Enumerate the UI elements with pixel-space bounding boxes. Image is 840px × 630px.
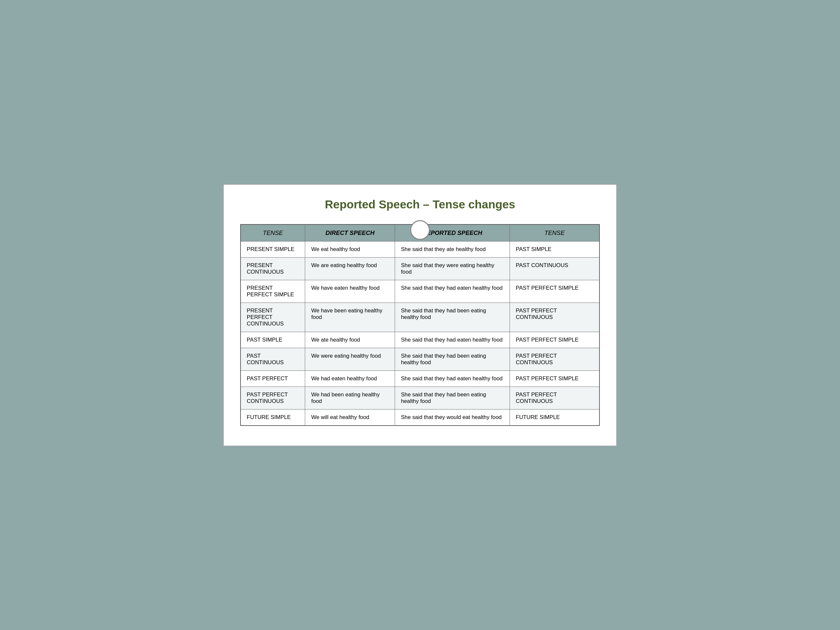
cell-tense-left: PRESENT SIMPLE: [240, 241, 305, 257]
cell-tense-right: PAST PERFECT CONTINUOUS: [510, 348, 600, 371]
cell-tense-right: PAST CONTINUOUS: [510, 257, 600, 280]
cell-direct-speech: We have been eating healthy food: [305, 303, 395, 332]
cell-tense-left: PRESENT PERFECT SIMPLE: [240, 280, 305, 303]
cell-reported-speech: She said that they had eaten healthy foo…: [395, 371, 510, 387]
table-row: PAST SIMPLEWe ate healthy foodShe said t…: [240, 332, 600, 348]
cell-reported-speech: She said that they had been eating healt…: [395, 303, 510, 332]
cell-reported-speech: She said that they would eat healthy foo…: [395, 409, 510, 426]
header-direct-speech: DIRECT SPEECH: [305, 224, 395, 242]
cell-tense-right: PAST PERFECT CONTINUOUS: [510, 387, 600, 409]
cell-tense-left: PAST PERFECT: [240, 371, 305, 387]
cell-tense-left: PRESENT PERFECT CONTINUOUS: [240, 303, 305, 332]
cell-direct-speech: We had been eating healthy food: [305, 387, 395, 409]
table-row: PRESENT PERFECT SIMPLEWe have eaten heal…: [240, 280, 600, 303]
table-row: PRESENT SIMPLEWe eat healthy foodShe sai…: [240, 241, 600, 257]
cell-direct-speech: We eat healthy food: [305, 241, 395, 257]
cell-direct-speech: We ate healthy food: [305, 332, 395, 348]
table-row: FUTURE SIMPLEWe will eat healthy foodShe…: [240, 409, 600, 426]
cell-reported-speech: She said that they had eaten healthy foo…: [395, 332, 510, 348]
table-row: PRESENT PERFECT CONTINUOUSWe have been e…: [240, 303, 600, 332]
cell-reported-speech: She said that they had been eating healt…: [395, 387, 510, 409]
cell-tense-left: PAST SIMPLE: [240, 332, 305, 348]
cell-reported-speech: She said that they were eating healthy f…: [395, 257, 510, 280]
cell-direct-speech: We were eating healthy food: [305, 348, 395, 371]
cell-reported-speech: She said that they ate healthy food: [395, 241, 510, 257]
table-row: PAST PERFECT CONTINUOUSWe had been eatin…: [240, 387, 600, 409]
header-tense-right: TENSE: [510, 224, 600, 242]
cell-direct-speech: We will eat healthy food: [305, 409, 395, 426]
cell-tense-right: PAST PERFECT SIMPLE: [510, 332, 600, 348]
cell-tense-left: PAST PERFECT CONTINUOUS: [240, 387, 305, 409]
cell-direct-speech: We have eaten healthy food: [305, 280, 395, 303]
cell-tense-right: PAST PERFECT CONTINUOUS: [510, 303, 600, 332]
cell-direct-speech: We had eaten healthy food: [305, 371, 395, 387]
page-title: Reported Speech – Tense changes: [240, 198, 600, 211]
slide-container: Reported Speech – Tense changes TENSE DI…: [223, 184, 617, 446]
table-row: PAST CONTINUOUSWe were eating healthy fo…: [240, 348, 600, 371]
cell-tense-right: PAST PERFECT SIMPLE: [510, 280, 600, 303]
cell-tense-left: FUTURE SIMPLE: [240, 409, 305, 426]
cell-reported-speech: She said that they had been eating healt…: [395, 348, 510, 371]
cell-tense-right: PAST PERFECT SIMPLE: [510, 371, 600, 387]
table-row: PAST PERFECTWe had eaten healthy foodShe…: [240, 371, 600, 387]
table-body: PRESENT SIMPLEWe eat healthy foodShe sai…: [240, 241, 600, 426]
cell-tense-left: PRESENT CONTINUOUS: [240, 257, 305, 280]
cell-direct-speech: We are eating healthy food: [305, 257, 395, 280]
cell-tense-left: PAST CONTINUOUS: [240, 348, 305, 371]
table-row: PRESENT CONTINUOUSWe are eating healthy …: [240, 257, 600, 280]
tense-table: TENSE DIRECT SPEECH REPORTED SPEECH TENS…: [240, 224, 600, 426]
connector-circle: [410, 220, 430, 240]
header-tense-left: TENSE: [240, 224, 305, 242]
cell-reported-speech: She said that they had eaten healthy foo…: [395, 280, 510, 303]
cell-tense-right: FUTURE SIMPLE: [510, 409, 600, 426]
cell-tense-right: PAST SIMPLE: [510, 241, 600, 257]
